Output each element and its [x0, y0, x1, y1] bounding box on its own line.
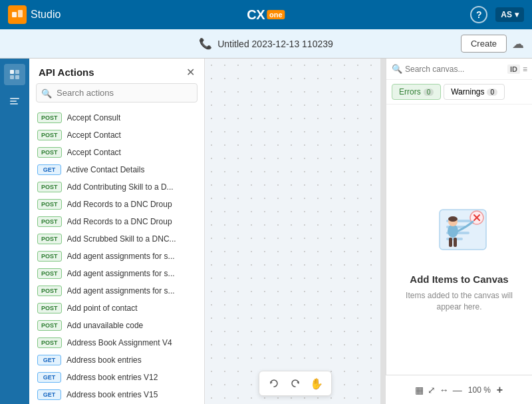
cloud-icon[interactable]: ☁ — [512, 37, 524, 51]
svg-rect-3 — [15, 70, 19, 74]
method-badge: POST — [37, 303, 62, 313]
svg-rect-21 — [454, 238, 457, 247]
empty-subtitle: Items added to the canvas will appear he… — [400, 290, 519, 313]
method-badge: POST — [37, 147, 62, 158]
canvas-scrollbar[interactable] — [380, 59, 386, 404]
list-item[interactable]: POSTAdd Scrubbed Skill to a DNC... — [29, 230, 204, 248]
action-name: Add agent assignments for s... — [67, 286, 175, 296]
left-nav — [0, 59, 29, 404]
app-header: Studio CX one ? AS ▾ — [0, 0, 532, 29]
cx-text: CX — [247, 7, 265, 23]
one-badge: one — [267, 10, 285, 19]
list-item[interactable]: POSTAccept Consult — [29, 109, 204, 126]
list-item[interactable]: GETAddress book entries V12 — [29, 369, 204, 386]
svg-rect-1 — [18, 10, 23, 17]
action-name: Add Records to a DNC Droup — [67, 200, 172, 209]
action-name: Add agent assignments for s... — [67, 269, 175, 278]
svg-rect-2 — [10, 70, 14, 74]
method-badge: GET — [37, 372, 61, 383]
header-left: Studio — [8, 5, 61, 24]
list-item[interactable]: POSTAdd unavailable code — [29, 317, 204, 334]
empty-title: Add Items to Canvas — [410, 274, 508, 285]
method-badge: GET — [37, 355, 61, 365]
warnings-count: 0 — [487, 89, 497, 96]
action-name: Add unavailable code — [67, 321, 144, 330]
action-name: Add Contributing Skill to a D... — [67, 182, 174, 192]
svg-rect-6 — [10, 98, 19, 99]
list-item[interactable]: GETActive Contact Details — [29, 161, 204, 178]
id-label: ID — [507, 65, 520, 74]
grid-view-icon[interactable]: ▦ — [415, 385, 424, 395]
zoom-in-icon[interactable]: + — [497, 384, 503, 396]
list-item[interactable]: POSTAdd Records to a DNC Droup — [29, 213, 204, 230]
hand-tool-button[interactable]: ✋ — [307, 374, 326, 393]
nav-actions-icon[interactable] — [4, 64, 25, 85]
canvas-area: ✋ — [205, 59, 386, 404]
method-badge: POST — [37, 216, 62, 227]
main-toolbar: 📞 Untitled 2023-12-13 110239 Create ☁ — [0, 29, 532, 59]
list-item[interactable]: POSTAccept Contact — [29, 126, 204, 144]
svg-rect-5 — [15, 75, 19, 79]
list-item[interactable]: POSTAdd agent assignments for s... — [29, 248, 204, 265]
right-panel: 🔍 ID ≡ Errors 0 Warnings 0 — [386, 59, 532, 404]
action-name: Add Scrubbed Skill to a DNC... — [67, 234, 176, 244]
list-icon: ≡ — [523, 65, 527, 74]
list-item[interactable]: GETAddress book entries — [29, 351, 204, 369]
search-box: 🔍 — [36, 83, 198, 102]
action-name: Add agent assignments for s... — [67, 252, 175, 261]
list-item[interactable]: POSTAdd agent assignments for s... — [29, 265, 204, 282]
document-title: Untitled 2023-12-13 110239 — [217, 39, 333, 49]
create-button[interactable]: Create — [461, 35, 507, 53]
svg-point-19 — [448, 216, 458, 222]
action-name: Accept Contact — [67, 148, 121, 157]
list-item[interactable]: POSTAdd Contributing Skill to a D... — [29, 178, 204, 196]
method-badge: GET — [37, 164, 61, 175]
action-name: Accept Contact — [67, 130, 121, 140]
undo-button[interactable] — [265, 374, 283, 393]
method-badge: POST — [37, 130, 62, 140]
method-badge: POST — [37, 286, 62, 296]
warnings-tab[interactable]: Warnings 0 — [444, 84, 505, 100]
action-name: Add point of contact — [67, 303, 138, 313]
phone-icon: 📞 — [199, 37, 212, 50]
search-icon: 🔍 — [41, 88, 52, 98]
svg-rect-20 — [449, 238, 452, 247]
list-item[interactable]: POSTAddress Book Assignment V4 — [29, 334, 204, 351]
list-item[interactable]: GETAddress book entries V15 — [29, 386, 204, 403]
cxone-logo: CX one — [247, 7, 285, 23]
nav-second-icon[interactable] — [4, 91, 25, 112]
action-name: Address book entries V15 — [66, 390, 158, 399]
list-item[interactable]: POSTAdd point of contact — [29, 300, 204, 317]
list-item[interactable]: POSTAdd agent assignments for s... — [29, 282, 204, 300]
redo-button[interactable] — [286, 374, 305, 393]
svg-rect-7 — [10, 101, 17, 102]
brand-center: CX one — [247, 7, 285, 23]
studio-logo: Studio — [8, 5, 61, 24]
canvas-search-input[interactable] — [405, 65, 505, 74]
svg-rect-4 — [10, 75, 14, 79]
empty-canvas-message: Add Items to Canvas Items added to the c… — [386, 104, 532, 404]
list-item[interactable]: POSTAdd Records to a DNC Droup — [29, 196, 204, 213]
arrows-icon[interactable]: ↔ — [440, 385, 449, 395]
zoom-out-icon[interactable]: — — [453, 385, 462, 395]
toolbar-right: Create ☁ — [461, 35, 524, 53]
toolbar-title: 📞 Untitled 2023-12-13 110239 — [199, 37, 333, 50]
list-item[interactable]: POSTAccept Contact — [29, 144, 204, 161]
errors-count: 0 — [424, 89, 434, 96]
method-badge: GET — [37, 389, 61, 400]
method-badge: POST — [37, 320, 62, 331]
method-badge: POST — [37, 251, 62, 262]
action-name: Address book entries V12 — [66, 373, 158, 382]
user-menu[interactable]: AS ▾ — [495, 7, 524, 22]
expand-icon[interactable]: ⤢ — [428, 385, 436, 395]
action-name: Address Book Assignment V4 — [67, 338, 172, 347]
panel-close-button[interactable]: ✕ — [186, 67, 195, 78]
search-options: ID ≡ — [507, 65, 527, 74]
errors-tab[interactable]: Errors 0 — [392, 84, 441, 100]
help-button[interactable]: ? — [470, 6, 487, 23]
search-input[interactable] — [36, 83, 198, 102]
errors-label: Errors — [399, 87, 421, 97]
logo-icon — [8, 5, 27, 24]
action-name: Add Records to a DNC Droup — [67, 217, 172, 226]
main-layout: API Actions ✕ 🔍 POSTAccept ConsultPOSTAc… — [0, 59, 532, 404]
